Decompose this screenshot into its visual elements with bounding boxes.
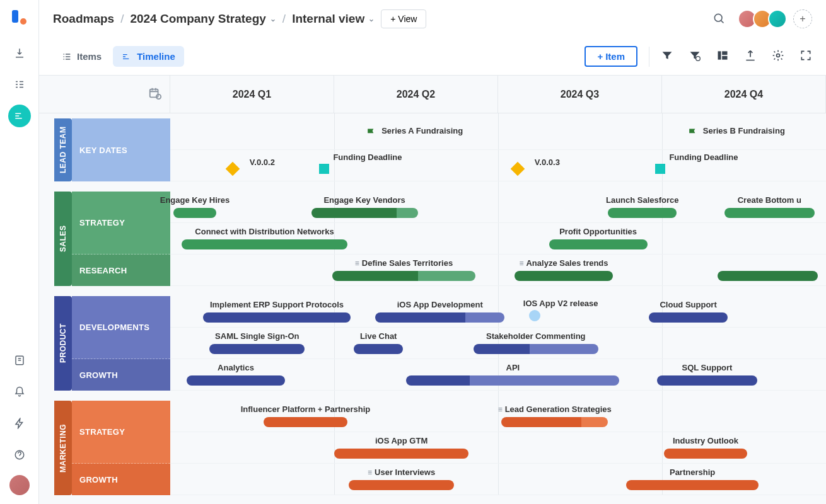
milestone-flag[interactable]: Series A Fundraising [365, 127, 378, 142]
lane-label[interactable]: STRATEGY [72, 401, 170, 464]
timeline-bar[interactable] [406, 375, 619, 386]
add-collaborator-button[interactable]: + [793, 9, 812, 28]
milestone-circle[interactable]: IOS App V2 release [529, 310, 540, 321]
bar-label: User Interviews [368, 467, 435, 477]
svg-rect-6 [718, 51, 721, 59]
app-logo[interactable] [11, 9, 28, 26]
svg-rect-7 [722, 51, 727, 55]
timeline-bar[interactable] [657, 375, 757, 386]
milestone-flag[interactable]: Series B Fundraising [687, 127, 699, 142]
timeline-header: 2024 Q12024 Q22024 Q32024 Q4 [39, 76, 826, 113]
export-icon[interactable] [744, 49, 757, 64]
filter-settings-icon[interactable] [689, 49, 701, 64]
help-icon[interactable] [8, 444, 31, 466]
timeline-bar[interactable] [334, 449, 468, 459]
swimlane-group: SALESSTRATEGYRESEARCHEngage Key HiresEng… [39, 186, 826, 286]
timeline-bar[interactable] [649, 312, 728, 323]
notifications-icon[interactable] [8, 381, 31, 403]
timeline-settings-icon[interactable] [148, 86, 162, 102]
timeline-body: LEAD TEAMKEY DATESSeries A FundraisingSe… [39, 113, 826, 495]
milestone-diamond[interactable]: V.0.0.3 [511, 162, 525, 176]
bar-label: Analyze Sales trends [519, 258, 608, 268]
breadcrumb: Roadmaps / 2024 Company Strategy ⌄ / Int… [53, 12, 375, 26]
timeline-bar[interactable] [375, 312, 504, 323]
left-rail [0, 0, 39, 504]
breadcrumb-project[interactable]: 2024 Company Strategy ⌄ [130, 12, 276, 26]
roadmap-icon[interactable] [8, 105, 31, 127]
bar-label: Profit Opportunities [559, 227, 637, 236]
bar-label: Partnership [670, 467, 715, 477]
svg-rect-0 [12, 10, 18, 23]
timeline-row: User InterviewsPartnership [170, 464, 826, 495]
bar-label: Influencer Platform + Partnership [241, 404, 371, 414]
lane-label[interactable]: GROWTH [72, 359, 170, 391]
timeline-row: Engage Key HiresEngage Key VendorsLaunch… [170, 192, 826, 223]
bar-label: Engage Key Hires [160, 195, 230, 205]
timeline-bar[interactable] [515, 271, 613, 281]
milestone-label: Funding Deadline [669, 152, 738, 162]
timeline-bar[interactable] [718, 271, 818, 281]
add-item-button[interactable]: + Item [585, 46, 637, 67]
breadcrumb-separator: / [282, 12, 286, 26]
contacts-icon[interactable] [8, 349, 31, 372]
group-tab[interactable]: MARKETING [54, 401, 72, 495]
timeline-bar[interactable] [349, 480, 453, 490]
bar-label: Connect with Distribution Networks [195, 227, 334, 236]
group-tab[interactable]: SALES [54, 192, 72, 286]
collaborator-avatar[interactable] [768, 9, 787, 28]
timeline-bar[interactable] [354, 344, 403, 354]
timeline-bar[interactable] [474, 344, 598, 354]
bar-label: Engage Key Vendors [323, 195, 405, 205]
bar-label: Define Sales Territories [355, 258, 453, 268]
list-icon[interactable] [8, 73, 31, 96]
add-view-button[interactable]: + View [381, 9, 426, 28]
timeline-bar[interactable] [209, 344, 305, 354]
settings-icon[interactable] [772, 49, 784, 64]
breadcrumb-root[interactable]: Roadmaps [53, 12, 114, 26]
lane-label[interactable]: KEY DATES [72, 118, 170, 181]
lane-label[interactable]: RESEARCH [72, 255, 170, 286]
lane-label[interactable]: GROWTH [72, 464, 170, 495]
svg-rect-8 [722, 56, 727, 60]
milestone-label: Funding Deadline [333, 152, 402, 162]
milestone-square[interactable]: Funding Deadline [655, 164, 665, 174]
bar-label: Create Bottom u [738, 195, 801, 205]
timeline-bar[interactable] [724, 208, 815, 218]
milestone-square[interactable]: Funding Deadline [319, 164, 329, 174]
svg-point-4 [714, 14, 722, 21]
timeline-bar[interactable] [182, 239, 347, 249]
timeline-bar[interactable] [187, 375, 285, 386]
layout-icon[interactable] [716, 49, 729, 64]
timeline-row: SAML Single Sign-OnLive ChatStakeholder … [170, 328, 826, 359]
timeline-bar[interactable] [311, 208, 418, 218]
bar-label: Industry Outlook [673, 436, 738, 445]
timeline-bar[interactable] [608, 208, 677, 218]
tab-timeline[interactable]: Timeline [113, 46, 184, 67]
milestone-diamond[interactable]: V.0.0.2 [225, 162, 240, 176]
header: Roadmaps / 2024 Company Strategy ⌄ / Int… [39, 0, 826, 38]
timeline-bar[interactable] [626, 480, 759, 490]
bar-label: Analytics [218, 363, 254, 372]
quarter-header: 2024 Q2 [334, 76, 498, 113]
timeline-bar[interactable] [332, 271, 475, 281]
group-tab[interactable]: PRODUCT [54, 296, 72, 391]
breadcrumb-view[interactable]: Internal view ⌄ [292, 12, 375, 26]
search-icon[interactable] [713, 12, 725, 26]
timeline-bar[interactable] [549, 239, 648, 249]
lane-label[interactable]: DEVELOPMENTS [72, 296, 170, 359]
bolt-icon[interactable] [8, 412, 31, 435]
milestone-label: Series A Fundraising [381, 126, 463, 135]
user-avatar[interactable] [9, 475, 30, 495]
bar-label: iOS App GTM [375, 436, 428, 445]
timeline-bar[interactable] [264, 417, 347, 427]
group-tab[interactable]: LEAD TEAM [54, 118, 72, 181]
import-icon[interactable] [8, 42, 31, 64]
timeline-bar[interactable] [203, 312, 351, 323]
timeline-bar[interactable] [173, 208, 216, 218]
fullscreen-icon[interactable] [800, 49, 812, 64]
tab-items[interactable]: Items [53, 46, 110, 67]
timeline-bar[interactable] [664, 449, 748, 459]
lane-label[interactable]: STRATEGY [72, 192, 170, 255]
timeline-bar[interactable] [501, 417, 608, 427]
filter-icon[interactable] [661, 49, 673, 64]
